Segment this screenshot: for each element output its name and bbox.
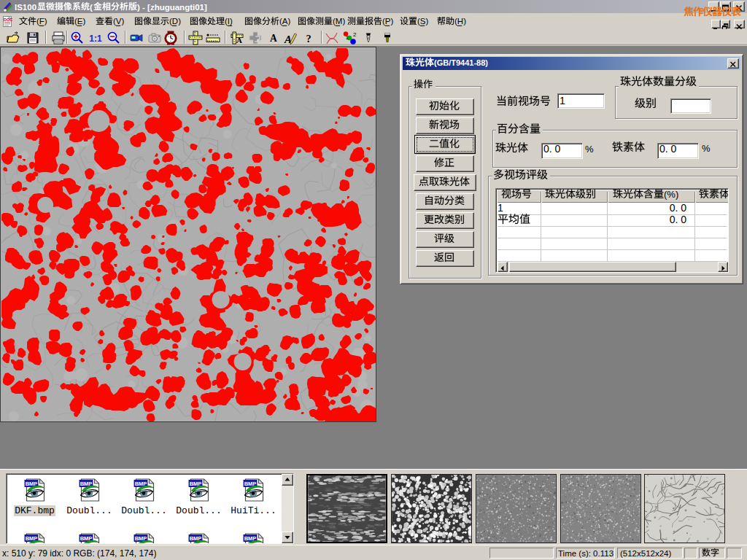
svg-text:A: A [236, 36, 242, 44]
svg-text:DOC: DOC [4, 18, 12, 22]
svg-text:1: 1 [346, 34, 349, 41]
svg-text:A: A [270, 33, 277, 44]
svg-text:?: ? [306, 33, 311, 44]
svg-text:1:1: 1:1 [89, 34, 102, 44]
svg-text:2: 2 [353, 31, 357, 38]
